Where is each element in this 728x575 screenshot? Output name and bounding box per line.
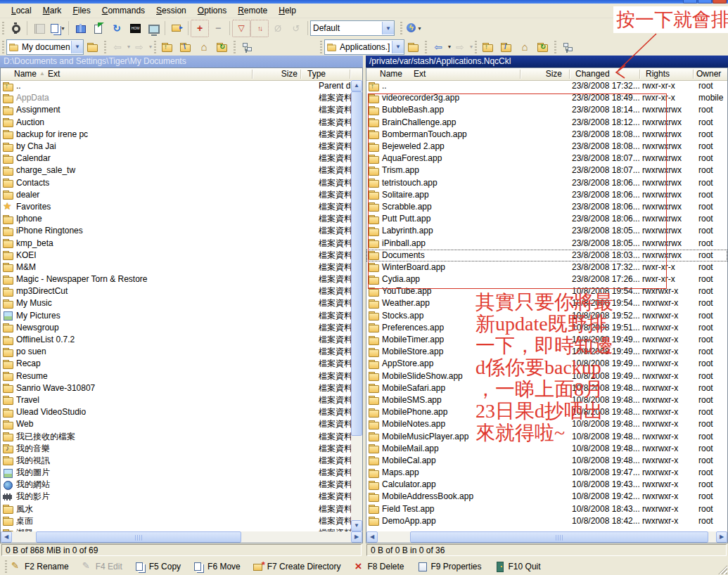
local-root-directory-button[interactable]: \ <box>177 38 195 56</box>
create-directory-button[interactable]: F7 Create Directory <box>252 561 343 572</box>
file-row[interactable]: iPinball.app23/8/2008 18:05...rwxrwxrwxr… <box>366 237 727 249</box>
file-row[interactable]: AppStore.app10/8/2008 19:49...rwxrwxr-xr… <box>366 358 727 370</box>
file-row[interactable]: MobileSMS.app10/8/2008 19:48...rwxrwxr-x… <box>366 394 727 406</box>
file-row[interactable]: AppData檔案資料夾 <box>1 92 362 104</box>
menu-help[interactable]: Help <box>273 4 302 17</box>
remote-tree-button[interactable] <box>558 38 577 56</box>
file-row[interactable]: Field Test.app10/8/2008 18:43...rwxrwxr-… <box>366 503 727 515</box>
remote-forward-button[interactable]: ⇨ <box>451 38 469 56</box>
remote-back-button[interactable]: ⇦ <box>429 38 447 56</box>
file-row[interactable]: Sanrio Wave-310807檔案資料夾 <box>1 382 362 394</box>
local-tree-button[interactable] <box>238 38 256 56</box>
file-row[interactable]: Assignment檔案資料夾 <box>1 104 362 116</box>
scroll-up-button[interactable]: ▲ <box>351 80 362 91</box>
delete-button[interactable]: F8 Delete <box>352 561 405 572</box>
local-forward-button[interactable]: ⇨ <box>130 38 148 56</box>
copy-remote-button[interactable] <box>89 20 108 37</box>
local-back-button[interactable]: ⇦ <box>108 38 127 56</box>
file-row[interactable]: Calculator.app10/8/2008 19:43...rwxrwxr-… <box>366 479 727 491</box>
local-parent-directory-button[interactable]: ↑ <box>158 38 177 56</box>
file-row[interactable]: Trism.app23/8/2008 18:07...rwxrwxrwxroot <box>366 164 727 176</box>
file-row[interactable]: MobilePhone.app10/8/2008 19:48...rwxrwxr… <box>366 406 727 418</box>
file-row[interactable]: 我的網站檔案資料夾 <box>1 479 362 491</box>
column-header-name[interactable]: Name <box>14 69 37 79</box>
local-drive-combo[interactable]: My documen ▼ <box>6 39 84 55</box>
new-session-button[interactable] <box>144 20 162 37</box>
menu-local[interactable]: Local <box>6 4 37 17</box>
scrollbar-thumb[interactable] <box>36 531 241 543</box>
file-row[interactable]: MobileStore.app10/8/2008 19:49...rwxrwxr… <box>366 346 727 358</box>
file-row[interactable]: Labyrinth.app23/8/2008 18:05...rwxrwxrwx… <box>366 225 727 237</box>
scrollbar-thumb[interactable] <box>351 91 362 436</box>
toolbar-gripper[interactable] <box>554 41 556 53</box>
column-header-owner[interactable]: Owner <box>696 69 721 79</box>
column-header-type[interactable]: Type <box>307 69 326 79</box>
file-row[interactable]: MobileSlideShow.app10/8/2008 19:49...rwx… <box>366 370 727 382</box>
remote-parent-directory-button[interactable]: ↑ <box>479 38 497 56</box>
toolbar-gripper[interactable] <box>2 22 4 34</box>
column-header-ext[interactable]: Ext <box>48 69 60 79</box>
refresh-button[interactable]: ↻ <box>108 20 126 37</box>
remote-refresh-button[interactable]: ↻ <box>534 38 552 56</box>
local-refresh-button[interactable]: ↻ <box>213 38 231 56</box>
column-header-changed[interactable]: Changed <box>575 69 610 79</box>
file-row[interactable]: MobileNotes.app10/8/2008 19:48...rwxrwxr… <box>366 418 727 430</box>
file-row[interactable]: Maps.app10/8/2008 19:47...rwxrwxr-xroot <box>366 467 727 479</box>
file-row[interactable]: MobileCal.app10/8/2008 19:48...rwxrwxr-x… <box>366 455 727 467</box>
file-row[interactable]: Web檔案資料夾 <box>1 418 362 430</box>
file-row[interactable]: My Pictures檔案資料夾 <box>1 310 362 322</box>
menu-files[interactable]: Files <box>67 4 96 17</box>
file-row[interactable]: tetristouch.app23/8/2008 18:06...rwxrwxr… <box>366 177 727 189</box>
menu-session[interactable]: Session <box>151 4 192 17</box>
file-row[interactable]: backup for irene pc檔案資料夾 <box>1 129 362 141</box>
scroll-left-button[interactable]: ◀ <box>1 531 12 543</box>
file-row[interactable]: Contacts檔案資料夾 <box>1 177 362 189</box>
file-row[interactable]: Iphone檔案資料夾 <box>1 213 362 225</box>
synchronize-button[interactable] <box>71 20 89 37</box>
file-row[interactable]: Putt Putt.app23/8/2008 18:06...rwxrwxrwx… <box>366 213 727 225</box>
local-home-directory-button[interactable]: ⌂ <box>195 38 213 56</box>
open-console-button[interactable]: HOM <box>126 20 144 37</box>
remote-directory-combo[interactable]: Applications.] ▼ <box>324 39 404 55</box>
file-row[interactable]: 我已接收的檔案檔案資料夾 <box>1 430 362 442</box>
file-row[interactable]: Travel檔案資料夾 <box>1 394 362 406</box>
file-row[interactable]: My Music檔案資料夾 <box>1 297 362 309</box>
menu-commands[interactable]: Commands <box>96 4 151 17</box>
toolbar-gripper[interactable] <box>104 41 106 53</box>
file-row[interactable]: by Cha Jai檔案資料夾 <box>1 141 362 153</box>
file-row[interactable]: MobileSafari.app10/8/2008 19:48...rwxrwx… <box>366 382 727 394</box>
file-row[interactable]: BubbleBash.app23/8/2008 18:14...rwxrwxrw… <box>366 104 727 116</box>
file-row[interactable]: dealer檔案資料夾 <box>1 189 362 201</box>
transfer-settings-button[interactable] <box>167 20 186 37</box>
file-row[interactable]: Ulead VideoStudio檔案資料夾 <box>1 406 362 418</box>
file-row[interactable]: Documents23/8/2008 18:03...rwxrwxrwxroot <box>366 250 727 261</box>
file-row[interactable]: ↑..Parent directo <box>1 80 362 92</box>
file-row[interactable]: Cydia.app23/8/2008 17:26...rwxr-xr-xroot <box>366 273 727 285</box>
file-row[interactable]: 桌面檔案資料夾 <box>1 515 362 527</box>
column-header-size[interactable]: Size <box>239 69 298 79</box>
toolbar-gripper[interactable] <box>2 41 4 53</box>
file-row[interactable]: MobileAddressBook.app10/8/2008 19:42...r… <box>366 491 727 503</box>
menu-remote[interactable]: Remote <box>232 4 273 17</box>
file-row[interactable]: Solitaire.app23/8/2008 18:06...rwxrwxrwx… <box>366 189 727 201</box>
transfer-preset-combo[interactable]: Default ▼ <box>310 20 395 36</box>
column-header-rights[interactable]: Rights <box>646 69 670 79</box>
toolbar-gripper[interactable] <box>320 41 322 53</box>
file-row[interactable]: DemoApp.app10/8/2008 18:42...rwxrwxr-xro… <box>366 515 727 527</box>
local-horizontal-scrollbar[interactable]: ◀ ▶ <box>1 531 362 543</box>
scroll-right-button[interactable]: ▶ <box>351 531 362 543</box>
scroll-right-button[interactable]: ▶ <box>716 531 727 543</box>
transfer-options-button[interactable]: ϟ▾ <box>404 20 423 37</box>
local-vertical-scrollbar[interactable]: ▲ ▼ <box>351 80 362 531</box>
file-row[interactable]: charge_sale_tw檔案資料夾 <box>1 164 362 176</box>
file-row[interactable]: WinterBoard.app23/8/2008 17:32...rwxr-xr… <box>366 261 727 273</box>
local-open-directory-button[interactable] <box>84 38 102 56</box>
file-row[interactable]: Auction檔案資料夾 <box>1 117 362 129</box>
file-row[interactable]: 我的圖片檔案資料夾 <box>1 467 362 479</box>
file-row[interactable]: kmp_beta檔案資料夾 <box>1 237 362 249</box>
quit-button[interactable]: F10 Quit <box>493 561 542 572</box>
file-row[interactable]: Weather.app10/8/2008 19:54...rwxrwxr-xro… <box>366 297 727 309</box>
file-row[interactable]: iPhone Ringtones檔案資料夾 <box>1 225 362 237</box>
remote-home-directory-button[interactable]: ⌂ <box>516 38 534 56</box>
file-row[interactable]: 風水檔案資料夾 <box>1 503 362 515</box>
